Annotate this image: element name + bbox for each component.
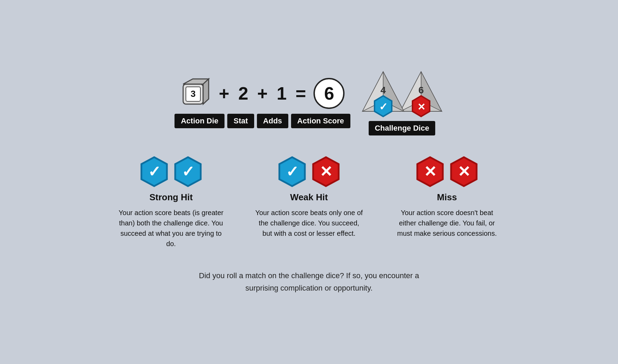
svg-marker-2 bbox=[203, 79, 209, 104]
svg-text:4: 4 bbox=[380, 85, 386, 95]
adds-label: Adds bbox=[257, 114, 288, 128]
formula-icons: 3 + 2 + 1 = 6 bbox=[180, 77, 345, 110]
svg-text:✓: ✓ bbox=[286, 163, 299, 180]
miss-icons: ✕ ✕ bbox=[415, 156, 479, 187]
weak-hit-title: Weak Hit bbox=[290, 192, 328, 203]
action-score-circle: 6 bbox=[313, 78, 345, 109]
footer-line1: Did you roll a match on the challenge di… bbox=[199, 271, 419, 280]
formula-left: 3 + 2 + 1 = 6 Action bbox=[175, 77, 350, 128]
miss-description: Your action score doesn't beat either ch… bbox=[392, 208, 502, 239]
action-die-label: Action Die bbox=[175, 114, 225, 128]
svg-text:✕: ✕ bbox=[417, 102, 425, 112]
svg-text:3: 3 bbox=[190, 89, 195, 99]
footer-text: Did you roll a match on the challenge di… bbox=[199, 270, 419, 294]
svg-text:✓: ✓ bbox=[379, 101, 387, 112]
svg-text:✕: ✕ bbox=[424, 163, 437, 180]
miss-title: Miss bbox=[437, 192, 457, 203]
strong-hit-title: Strong Hit bbox=[149, 192, 193, 203]
formula-labels: Action Die Stat Adds Action Score bbox=[175, 114, 350, 128]
strong-hit-description: Your action score beats (is greater than… bbox=[116, 208, 226, 249]
outcome-strong-hit: ✓ ✓ Strong Hit Your action score beats (… bbox=[116, 156, 226, 249]
footer-line2: surprising complication or opportunity. bbox=[246, 284, 373, 292]
formula-section: 3 + 2 + 1 = 6 Action bbox=[175, 70, 443, 135]
challenge-dice-icons: 4 ✓ 6 ✕ bbox=[361, 70, 443, 118]
svg-text:✕: ✕ bbox=[458, 163, 470, 180]
equals-sign: = bbox=[294, 83, 307, 104]
outcome-miss: ✕ ✕ Miss Your action score doesn't beat … bbox=[392, 156, 502, 249]
strong-hit-icons: ✓ ✓ bbox=[139, 156, 203, 187]
page-container: 3 + 2 + 1 = 6 Action bbox=[68, 70, 550, 294]
outcome-weak-hit: ✓ ✕ Weak Hit Your action score beats onl… bbox=[254, 156, 364, 249]
action-die-icon: 3 bbox=[180, 77, 211, 110]
svg-text:✓: ✓ bbox=[182, 163, 195, 180]
operator-plus-1: + bbox=[218, 83, 231, 104]
action-score-label: Action Score bbox=[291, 114, 350, 128]
svg-text:6: 6 bbox=[418, 85, 424, 95]
outcomes-section: ✓ ✓ Strong Hit Your action score beats (… bbox=[68, 156, 550, 249]
challenge-dice-section: 4 ✓ 6 ✕ bbox=[361, 70, 443, 135]
operator-plus-2: + bbox=[256, 83, 269, 104]
stat-label: Stat bbox=[227, 114, 254, 128]
weak-hit-icons: ✓ ✕ bbox=[277, 156, 341, 187]
weak-hit-description: Your action score beats only one of the … bbox=[254, 208, 364, 239]
svg-text:✕: ✕ bbox=[320, 163, 332, 180]
stat-value: 2 bbox=[237, 83, 250, 104]
adds-value: 1 bbox=[275, 83, 288, 104]
svg-text:✓: ✓ bbox=[148, 163, 161, 180]
challenge-dice-label: Challenge Dice bbox=[369, 121, 436, 135]
action-score-value: 6 bbox=[324, 83, 334, 104]
